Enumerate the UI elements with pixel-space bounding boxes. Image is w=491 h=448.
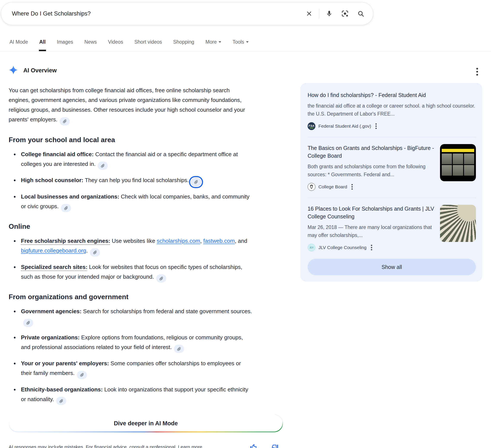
citation-chip[interactable]: [174, 345, 184, 353]
search-input[interactable]: Where Do I Get Scholarships?: [12, 10, 306, 17]
jlv-favicon-icon: JLV: [308, 244, 315, 252]
tab-shopping[interactable]: Shopping: [173, 33, 194, 51]
bullet-lead[interactable]: Specialized search sites:: [21, 264, 87, 270]
tab-label: Videos: [108, 39, 123, 45]
bullet-lead: Private organizations:: [21, 334, 80, 341]
tab-news[interactable]: News: [84, 33, 97, 51]
dive-deeper-container: Dive deeper in AI Mode: [9, 414, 283, 432]
citation-chip[interactable]: [98, 162, 108, 170]
ai-overview-header: AI Overview: [9, 65, 283, 76]
source-snippet: Both grants and scholarships come from t…: [308, 163, 434, 179]
ai-overview-section: AI Overview You can get scholarships fro…: [9, 65, 283, 448]
list-item: College financial aid office: Contact th…: [9, 149, 253, 170]
citation-chip-focused[interactable]: [191, 178, 201, 186]
source-options-icon[interactable]: [370, 244, 373, 251]
list-item: Ethnicity-based organizations: Look into…: [9, 385, 253, 405]
bullet-lead: Government agencies:: [21, 308, 81, 315]
bullet-text: ,: [200, 238, 203, 244]
bullet-list: Government agencies: Search for scholars…: [9, 307, 253, 405]
thumbnail-video-grid: [442, 154, 474, 176]
source-title[interactable]: The Basics on Grants and Scholarships - …: [308, 144, 434, 160]
tab-tools[interactable]: Tools: [232, 33, 249, 51]
bullet-lead: Ethnicity-based organizations:: [21, 386, 103, 393]
tab-images[interactable]: Images: [57, 33, 73, 51]
search-bar-actions: [306, 9, 364, 19]
link-scholarships-com[interactable]: scholarships.com: [157, 238, 200, 244]
learn-more-link[interactable]: Learn more: [178, 444, 202, 448]
tab-label: News: [84, 39, 97, 45]
chevron-down-icon: [219, 41, 221, 43]
list-item: Your or your parents' employers: Some co…: [9, 359, 253, 379]
bullet-list: College financial aid office: Contact th…: [9, 149, 253, 212]
favicon-text: JLV: [310, 246, 314, 249]
ai-overview-title: AI Overview: [23, 67, 57, 74]
section-heading: From your school and local area: [9, 136, 283, 144]
bullet-text: .: [86, 247, 88, 254]
tab-label: All: [39, 39, 46, 45]
section-heading: Online: [9, 223, 283, 231]
sources-sidebar: How do I find scholarships? - Federal St…: [300, 65, 482, 448]
favicon-text: FSA: [309, 124, 314, 127]
thumbnail-banner: [442, 149, 474, 152]
citation-chip[interactable]: [23, 319, 33, 327]
list-item: Private organizations: Explore options f…: [9, 333, 253, 353]
bullet-lead: College financial aid office:: [21, 151, 94, 158]
thumbs-down-icon[interactable]: [271, 443, 279, 448]
card-divider: [308, 198, 476, 198]
show-all-button[interactable]: Show all: [308, 259, 476, 275]
bullet-list: Free scholarship search engines: Use web…: [9, 236, 253, 282]
fsa-favicon-icon: FSA: [308, 122, 315, 130]
source-card[interactable]: How do I find scholarships? - Federal St…: [308, 91, 476, 130]
source-card[interactable]: The Basics on Grants and Scholarships - …: [308, 144, 476, 191]
thumbs-up-icon[interactable]: [250, 443, 257, 448]
bullet-lead[interactable]: Free scholarship search engines:: [21, 238, 110, 244]
tab-label: Short videos: [134, 39, 162, 45]
source-title[interactable]: 16 Places to Look For Scholarships and G…: [308, 205, 434, 220]
search-bar[interactable]: Where Do I Get Scholarships?: [1, 2, 373, 25]
bullet-text: They can help you find local scholarship…: [83, 177, 189, 183]
card-divider: [308, 137, 476, 137]
link-bigfuture-collegeboard-org[interactable]: bigfuture.collegeboard.org: [21, 247, 86, 254]
tab-short-videos[interactable]: Short videos: [134, 33, 162, 51]
search-divider: [319, 9, 319, 19]
ai-overview-footer: AI responses may include mistakes. For f…: [9, 443, 283, 448]
source-snippet: the financial aid office at a college or…: [308, 102, 476, 118]
citation-chip[interactable]: [77, 371, 87, 379]
citation-chip[interactable]: [61, 204, 71, 212]
tab-label: Shopping: [173, 39, 194, 45]
source-options-icon[interactable]: [375, 122, 378, 130]
tab-ai-mode[interactable]: AI Mode: [9, 33, 28, 51]
link-fastweb-com[interactable]: fastweb.com: [203, 238, 235, 244]
source-thumbnail-money[interactable]: [440, 205, 476, 242]
sources-panel: How do I find scholarships? - Federal St…: [300, 83, 482, 282]
list-item: Local businesses and organizations: Chec…: [9, 192, 253, 212]
tab-more[interactable]: More: [205, 33, 221, 51]
bullet-text: Search for scholarships from federal and…: [81, 308, 252, 315]
college-board-favicon-icon: [308, 183, 315, 191]
bullet-text: Use websites like: [110, 238, 157, 244]
section-heading: From organizations and government: [9, 293, 283, 301]
tab-all[interactable]: All: [39, 33, 46, 51]
citation-chip[interactable]: [156, 274, 166, 282]
source-thumbnail-video[interactable]: [440, 144, 476, 181]
source-name: College Board: [318, 184, 347, 189]
clear-icon[interactable]: [306, 10, 312, 17]
source-options-icon[interactable]: [350, 183, 354, 190]
tab-label: More: [205, 39, 217, 45]
source-card[interactable]: 16 Places to Look For Scholarships and G…: [308, 205, 476, 252]
citation-chip[interactable]: [90, 248, 100, 257]
citation-chip[interactable]: [56, 397, 66, 405]
tab-videos[interactable]: Videos: [108, 33, 123, 51]
chevron-down-icon: [246, 41, 249, 43]
bullet-text: , and: [235, 238, 247, 244]
disclaimer-text: AI responses may include mistakes. For f…: [9, 444, 202, 448]
dive-deeper-button[interactable]: Dive deeper in AI Mode: [9, 415, 282, 432]
lens-icon[interactable]: [341, 10, 349, 17]
source-snippet: Mar 26, 2018 — There are many local orga…: [308, 223, 434, 239]
overview-options-icon[interactable]: [475, 66, 479, 77]
source-title[interactable]: How do I find scholarships? - Federal St…: [308, 91, 476, 99]
intro-text: You can get scholarships from college fi…: [9, 87, 245, 123]
search-icon[interactable]: [357, 10, 364, 17]
citation-chip[interactable]: [60, 117, 70, 125]
mic-icon[interactable]: [326, 10, 333, 17]
